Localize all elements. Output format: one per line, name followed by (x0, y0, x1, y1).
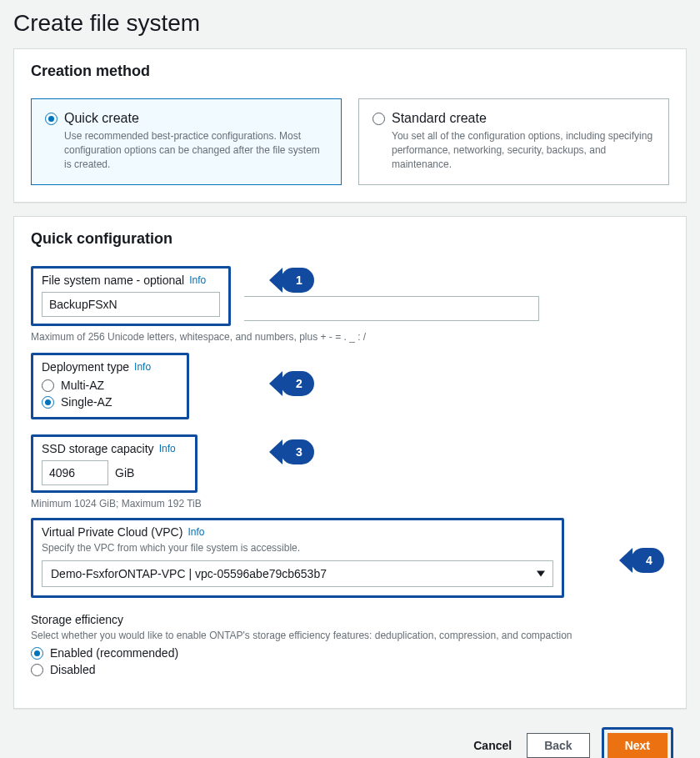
quick-create-desc: Use recommended best-practice configurat… (64, 129, 328, 171)
radio-icon (45, 113, 58, 125)
radio-icon (42, 379, 54, 392)
info-link[interactable]: Info (159, 443, 176, 454)
vpc-desc: Specify the VPC from which your file sys… (42, 542, 553, 554)
storage-eff-enabled-label: Enabled (recommended) (50, 646, 178, 660)
capacity-label: SSD storage capacity (42, 442, 154, 455)
single-az-label: Single-AZ (61, 395, 112, 409)
capacity-unit: GiB (115, 466, 134, 479)
vpc-label: Virtual Private Cloud (VPC) (42, 525, 182, 539)
creation-method-heading: Creation method (14, 49, 686, 88)
quick-config-heading: Quick configuration (14, 217, 686, 256)
single-az-option[interactable]: Single-AZ (42, 395, 178, 409)
cancel-button[interactable]: Cancel (470, 734, 515, 757)
storage-eff-desc: Select whether you would like to enable … (31, 630, 669, 641)
quick-create-label: Quick create (64, 111, 139, 126)
vpc-value: Demo-FsxforONTAP-VPC | vpc-05596abe79cb6… (42, 560, 553, 587)
radio-icon (42, 396, 54, 409)
quick-config-panel: Quick configuration File system name - o… (13, 216, 687, 709)
callout-1: 1 (281, 268, 314, 293)
wizard-footer: Cancel Back Next (13, 722, 687, 758)
storage-eff-disabled-label: Disabled (50, 663, 95, 676)
standard-create-desc: You set all of the configuration options… (392, 129, 655, 171)
capacity-input[interactable] (42, 460, 108, 485)
multi-az-label: Multi-AZ (61, 379, 104, 392)
standard-create-option[interactable]: Standard create You set all of the confi… (358, 98, 669, 185)
radio-icon (31, 647, 43, 660)
standard-create-label: Standard create (392, 111, 487, 126)
file-name-label: File system name - optional (42, 274, 184, 287)
callout-3: 3 (281, 439, 314, 464)
info-link[interactable]: Info (189, 274, 206, 286)
storage-eff-label: Storage efficiency (31, 613, 123, 626)
file-name-input[interactable] (42, 292, 220, 317)
next-highlight: Next (602, 727, 673, 758)
file-name-input-ext (244, 296, 539, 321)
info-link[interactable]: Info (134, 361, 151, 373)
callout-4: 4 (631, 548, 664, 573)
multi-az-option[interactable]: Multi-AZ (42, 379, 178, 392)
file-name-help: Maximum of 256 Unicode letters, whitespa… (31, 331, 669, 343)
next-button[interactable]: Next (608, 733, 668, 758)
quick-create-option[interactable]: Quick create Use recommended best-practi… (31, 98, 342, 185)
capacity-help: Minimum 1024 GiB; Maximum 192 TiB (31, 498, 669, 510)
page-title: Create file system (13, 10, 687, 37)
storage-eff-enabled-option[interactable]: Enabled (recommended) (31, 646, 669, 660)
vpc-select[interactable]: Demo-FsxforONTAP-VPC | vpc-05596abe79cb6… (42, 560, 553, 587)
callout-2: 2 (281, 371, 314, 396)
radio-icon (372, 113, 385, 125)
radio-icon (31, 664, 43, 676)
back-button[interactable]: Back (527, 733, 589, 758)
creation-method-panel: Creation method Quick create Use recomme… (13, 48, 687, 203)
deployment-type-label: Deployment type (42, 360, 129, 374)
storage-eff-disabled-option[interactable]: Disabled (31, 663, 669, 676)
info-link[interactable]: Info (188, 526, 204, 538)
